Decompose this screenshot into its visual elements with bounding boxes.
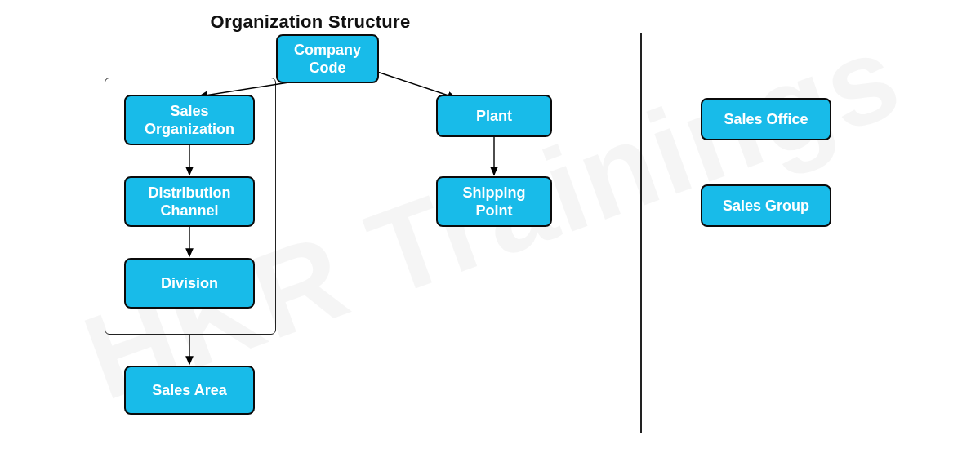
node-sales-group: Sales Group	[701, 184, 831, 227]
node-division: Division	[124, 258, 255, 309]
node-shipping-point: Shipping Point	[436, 176, 552, 227]
node-plant: Plant	[436, 95, 552, 137]
node-distribution-channel: Distribution Channel	[124, 176, 255, 227]
node-sales-organization: Sales Organization	[124, 95, 255, 145]
diagram-title: Organization Structure	[0, 11, 621, 33]
node-sales-area: Sales Area	[124, 366, 255, 415]
node-sales-office: Sales Office	[701, 98, 831, 140]
section-divider	[640, 33, 642, 433]
node-company-code: Company Code	[276, 34, 379, 83]
